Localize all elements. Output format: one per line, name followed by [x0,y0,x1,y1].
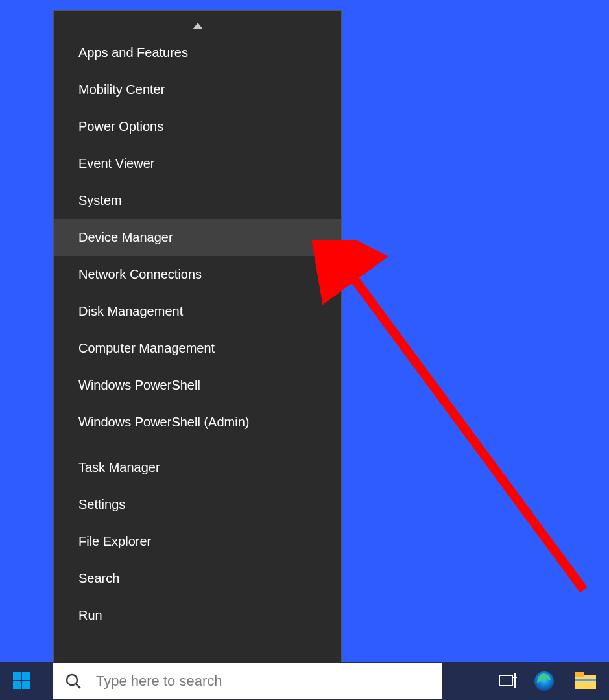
menu-item-label: File Explorer [78,534,151,549]
file-explorer-icon [575,672,597,690]
svg-line-3 [347,269,584,590]
menu-item-system[interactable]: System [54,182,341,219]
menu-item-label: Apps and Features [78,45,188,60]
task-view-icon [499,673,518,689]
menu-item-label: Network Connections [78,267,202,282]
chevron-up-icon [193,23,203,29]
menu-item-label: Device Manager [78,230,173,245]
winx-context-menu: Apps and Features Mobility Center Power … [53,10,342,678]
search-icon [65,673,82,690]
menu-item-label: Disk Management [78,304,183,319]
menu-item-windows-powershell-admin[interactable]: Windows PowerShell (Admin) [54,404,341,441]
menu-scroll-up[interactable] [54,18,341,34]
svg-point-8 [67,675,77,685]
menu-item-network-connections[interactable]: Network Connections [54,256,341,293]
svg-rect-4 [13,672,21,680]
svg-rect-10 [499,675,512,686]
menu-item-label: Windows PowerShell (Admin) [78,415,249,430]
menu-item-label: Windows PowerShell [78,378,200,393]
taskbar-edge[interactable] [523,662,565,700]
taskbar: Type here to search [0,662,609,700]
svg-rect-5 [22,672,30,680]
menu-item-label: Computer Management [78,341,215,356]
menu-separator [66,445,329,445]
menu-item-mobility-center[interactable]: Mobility Center [54,71,341,108]
menu-item-label: Task Manager [78,460,160,475]
svg-rect-15 [575,672,584,677]
svg-marker-0 [193,23,203,29]
menu-item-settings[interactable]: Settings [54,486,341,523]
menu-item-device-manager[interactable]: Device Manager [54,219,341,256]
menu-item-label: Search [78,571,119,586]
menu-item-label: System [78,193,122,208]
menu-item-search[interactable]: Search [54,560,341,597]
menu-item-label: Run [78,608,102,623]
menu-item-file-explorer[interactable]: File Explorer [54,523,341,560]
menu-item-power-options[interactable]: Power Options [54,108,341,145]
menu-item-label: Settings [78,497,125,512]
menu-item-task-manager[interactable]: Task Manager [54,449,341,486]
menu-item-label: Mobility Center [78,82,165,97]
taskbar-file-explorer[interactable] [565,662,606,700]
svg-rect-16 [575,679,596,681]
svg-line-9 [76,684,80,688]
menu-item-label: Event Viewer [78,156,154,171]
menu-item-label: Power Options [78,119,163,134]
start-button[interactable] [0,662,44,700]
menu-item-windows-powershell[interactable]: Windows PowerShell [54,367,341,404]
svg-rect-7 [22,681,30,689]
menu-item-computer-management[interactable]: Computer Management [54,330,341,367]
search-placeholder: Type here to search [96,673,222,690]
taskbar-task-view[interactable] [494,662,523,700]
menu-item-disk-management[interactable]: Disk Management [54,293,341,330]
menu-item-apps-and-features[interactable]: Apps and Features [54,34,341,71]
taskbar-search[interactable]: Type here to search [53,663,442,699]
svg-rect-6 [13,681,21,689]
menu-item-event-viewer[interactable]: Event Viewer [54,145,341,182]
annotation-arrow [311,240,597,603]
svg-rect-14 [575,675,596,689]
edge-icon [533,670,555,692]
windows-logo-icon [13,672,31,690]
menu-item-run[interactable]: Run [54,597,341,634]
menu-separator [66,638,329,638]
